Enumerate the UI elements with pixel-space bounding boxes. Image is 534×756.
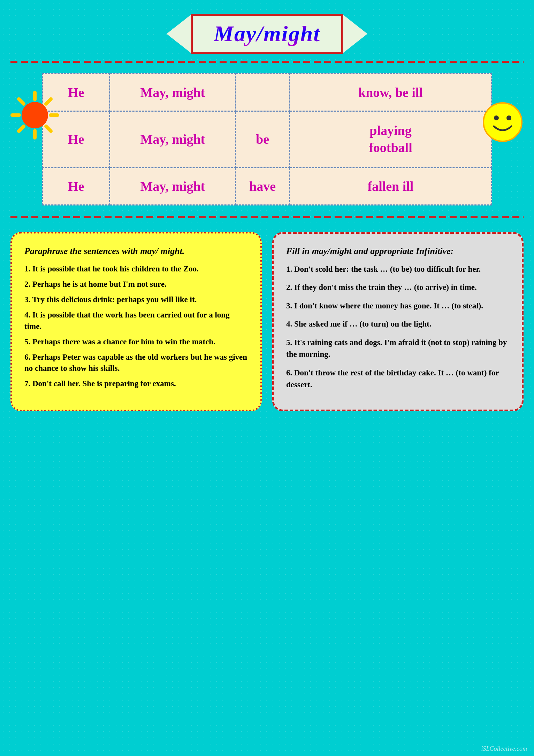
list-item: 6. Perhaps Peter was capable as the old … (24, 352, 248, 374)
cell-verb-1 (236, 74, 290, 111)
panel-left-heading: Paraphrase the sentences with may/ might… (24, 246, 248, 256)
list-item: 3. Try this delicious drink: perhaps you… (24, 294, 248, 305)
cell-modal-2: May, might (110, 111, 236, 168)
svg-point-0 (22, 102, 48, 128)
panel-right-heading: Fill in may/might and appropriate Infini… (286, 246, 510, 256)
right-item-1: 1. Don't scold her: the task … (to be) t… (286, 263, 510, 276)
banner-title: May/might (214, 21, 320, 47)
list-item: 7. Don't call her. She is preparing for … (24, 378, 248, 389)
svg-line-8 (19, 126, 24, 131)
banner-left-arrow (167, 15, 191, 53)
banner-right-arrow (343, 15, 367, 53)
panel-left-list: 1. It is possible that he took his child… (24, 263, 248, 390)
panel-right: Fill in may/might and appropriate Infini… (272, 232, 524, 411)
list-item: 1. It is possible that he took his child… (24, 263, 248, 275)
cell-rest-1: know, be ill (289, 74, 491, 111)
sun-icon (10, 91, 59, 140)
svg-point-10 (494, 115, 499, 120)
watermark: iSLCollective.com (481, 745, 527, 753)
cell-rest-2: playingfootball (289, 111, 491, 168)
header: May/might (0, 0, 534, 61)
right-item-4: 4. She asked me if … (to turn) on the li… (286, 318, 510, 330)
grammar-table: He May, might know, be ill He May, might… (42, 73, 492, 205)
smiley-icon (482, 101, 524, 143)
svg-point-11 (506, 115, 511, 120)
cell-verb-2: be (236, 111, 290, 168)
smiley-decoration (482, 101, 524, 144)
banner-center: May/might (191, 14, 343, 54)
cell-modal-3: May, might (110, 167, 236, 205)
table-row: He May, might be playingfootball (43, 111, 492, 168)
grid-section: He May, might know, be ill He May, might… (42, 73, 492, 205)
svg-line-5 (19, 99, 24, 104)
right-item-6: 6. Don't throw the rest of the birthday … (286, 367, 510, 391)
table-row: He May, might have fallen ill (43, 167, 492, 205)
red-line-top (10, 61, 524, 63)
red-line-bottom (10, 216, 524, 218)
svg-line-6 (46, 126, 51, 131)
panel-left: Paraphrase the sentences with may/ might… (10, 232, 262, 411)
cell-verb-3: have (236, 167, 290, 205)
right-item-2: 2. If they don't miss the train they … (… (286, 282, 510, 294)
bottom-panels: Paraphrase the sentences with may/ might… (10, 232, 524, 411)
right-item-5: 5. It's raining cats and dogs. I'm afrai… (286, 337, 510, 361)
table-row: He May, might know, be ill (43, 74, 492, 111)
panel-right-content: 1. Don't scold her: the task … (to be) t… (286, 263, 510, 391)
right-item-3: 3. I don't know where the money has gone… (286, 300, 510, 312)
list-item: 2. Perhaps he is at home but I'm not sur… (24, 279, 248, 290)
banner-ribbon: May/might (167, 14, 367, 54)
sun-decoration (10, 91, 59, 140)
cell-rest-3: fallen ill (289, 167, 491, 205)
cell-he-3: He (43, 167, 110, 205)
list-item: 4. It is possible that the work has been… (24, 309, 248, 332)
list-item: 5. Perhaps there was a chance for him to… (24, 336, 248, 347)
svg-point-9 (483, 103, 522, 141)
cell-modal-1: May, might (110, 74, 236, 111)
svg-line-7 (46, 99, 51, 104)
